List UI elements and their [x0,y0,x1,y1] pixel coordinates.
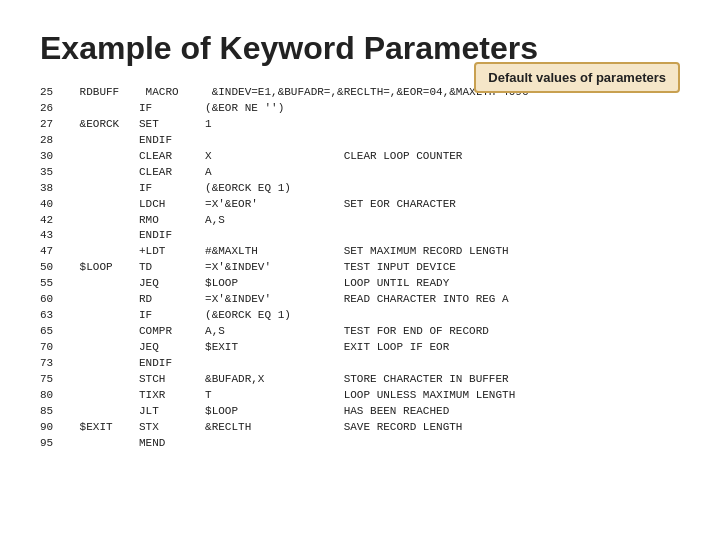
code-block: 25 RDBUFF MACRO &INDEV=E1,&BUFADR=,&RECL… [40,85,680,452]
code-line: 55 JEQ $LOOP LOOP UNTIL READY [40,276,680,292]
code-line: 70 JEQ $EXIT EXIT LOOP IF EOR [40,340,680,356]
code-line: 80 TIXR T LOOP UNLESS MAXIMUM LENGTH [40,388,680,404]
code-line: 63 IF (&EORCK EQ 1) [40,308,680,324]
code-line: 43 ENDIF [40,228,680,244]
slide: Example of Keyword Parameters Default va… [0,0,720,540]
code-line: 47 +LDT #&MAXLTH SET MAXIMUM RECORD LENG… [40,244,680,260]
code-line: 38 IF (&EORCK EQ 1) [40,181,680,197]
code-line: 26 IF (&EOR NE '') [40,101,680,117]
code-line: 30 CLEAR X CLEAR LOOP COUNTER [40,149,680,165]
tooltip-box: Default values of parameters [474,62,680,93]
code-line: 40 LDCH =X'&EOR' SET EOR CHARACTER [40,197,680,213]
code-line: 95 MEND [40,436,680,452]
code-line: 73 ENDIF [40,356,680,372]
code-line: 27 &EORCK SET 1 [40,117,680,133]
code-line: 75 STCH &BUFADR,X STORE CHARACTER IN BUF… [40,372,680,388]
code-line: 65 COMPR A,S TEST FOR END OF RECORD [40,324,680,340]
code-line: 60 RD =X'&INDEV' READ CHARACTER INTO REG… [40,292,680,308]
code-line: 28 ENDIF [40,133,680,149]
code-line: 85 JLT $LOOP HAS BEEN REACHED [40,404,680,420]
code-line: 42 RMO A,S [40,213,680,229]
code-line: 50 $LOOP TD =X'&INDEV' TEST INPUT DEVICE [40,260,680,276]
code-line: 90 $EXIT STX &RECLTH SAVE RECORD LENGTH [40,420,680,436]
code-line: 35 CLEAR A [40,165,680,181]
